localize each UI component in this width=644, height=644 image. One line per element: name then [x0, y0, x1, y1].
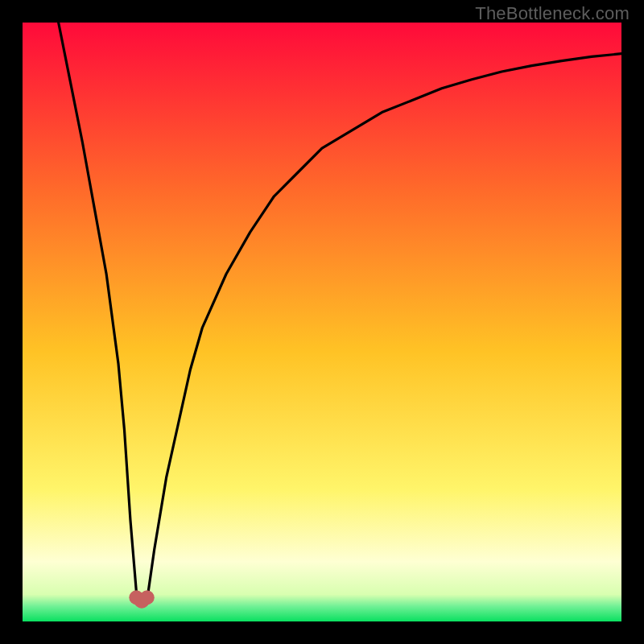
plot-frame	[23, 23, 621, 621]
min-marker-right	[140, 590, 155, 605]
watermark-text: TheBottleneck.com	[475, 3, 630, 24]
chart-svg	[23, 23, 621, 621]
chart-root: TheBottleneck.com	[0, 0, 644, 644]
